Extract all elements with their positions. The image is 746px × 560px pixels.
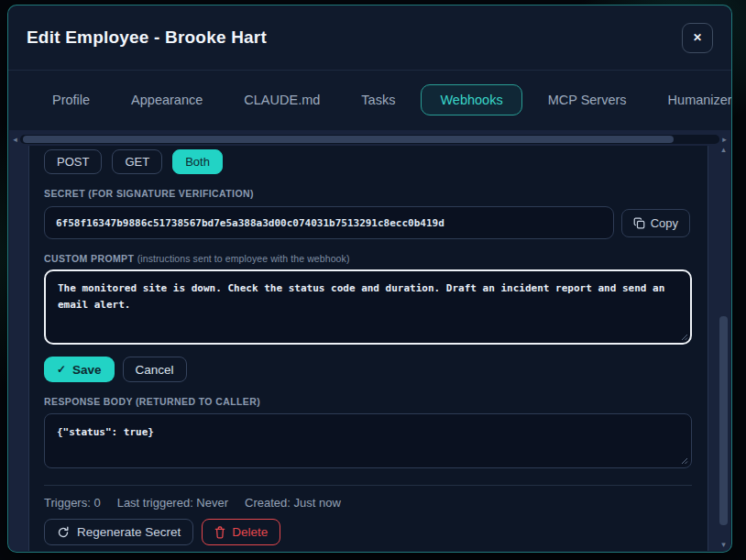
tab-humanizer[interactable]: Humanizer xyxy=(668,93,732,107)
custom-prompt-wrap: The monitored site is down. Check the st… xyxy=(44,269,692,345)
trash-icon xyxy=(214,526,225,539)
close-icon: ✕ xyxy=(693,31,702,44)
tab-profile[interactable]: Profile xyxy=(52,93,90,107)
copy-button[interactable]: Copy xyxy=(621,209,690,237)
edit-employee-modal: Edit Employee - Brooke Hart ✕ Profile Ap… xyxy=(7,5,732,553)
response-body-textarea[interactable]: {"status": true} xyxy=(44,413,692,468)
vertical-scrollbar-track[interactable] xyxy=(719,154,729,541)
method-get-button[interactable]: GET xyxy=(112,149,162,174)
last-triggered: Last triggered: Never xyxy=(117,496,228,510)
copy-button-label: Copy xyxy=(651,216,678,230)
save-button-label: Save xyxy=(72,363,102,377)
secret-input[interactable] xyxy=(44,206,614,239)
scroll-viewport: POST GET Both SECRET (FOR SIGNATURE VERI… xyxy=(9,146,717,551)
method-both-button[interactable]: Both xyxy=(172,149,223,174)
webhooks-panel: ◂ ▸ POST GET Both SECRET (FOR SIGNATURE … xyxy=(9,130,730,551)
secret-label: SECRET (FOR SIGNATURE VERIFICATION) xyxy=(44,188,690,199)
resize-handle-icon[interactable] xyxy=(679,456,688,465)
scroll-left-icon[interactable]: ◂ xyxy=(11,136,19,144)
refresh-icon xyxy=(57,526,70,539)
tab-claude-md[interactable]: CLAUDE.md xyxy=(244,93,320,107)
delete-button[interactable]: Delete xyxy=(202,519,280,545)
tab-mcp-servers[interactable]: MCP Servers xyxy=(548,93,627,107)
vertical-scrollbar[interactable]: ▴ ▾ xyxy=(718,146,730,549)
tab-webhooks[interactable]: Webhooks xyxy=(421,84,521,115)
modal-header: Edit Employee - Brooke Hart ✕ xyxy=(8,5,731,71)
close-button[interactable]: ✕ xyxy=(682,23,713,53)
custom-prompt-textarea[interactable]: The monitored site is down. Check the st… xyxy=(44,269,692,345)
scroll-down-icon[interactable]: ▾ xyxy=(719,541,728,549)
tab-tasks[interactable]: Tasks xyxy=(361,93,395,107)
triggers-count: Triggers: 0 xyxy=(44,496,101,510)
copy-icon xyxy=(633,217,645,229)
secret-row: Copy xyxy=(44,206,690,239)
webhook-card: POST GET Both SECRET (FOR SIGNATURE VERI… xyxy=(28,146,708,551)
horizontal-scrollbar-track[interactable] xyxy=(20,135,719,144)
resize-handle-icon[interactable] xyxy=(679,332,688,341)
response-body-wrap: {"status": true} xyxy=(44,413,692,468)
scroll-up-icon[interactable]: ▴ xyxy=(719,146,728,154)
method-selector: POST GET Both xyxy=(44,149,690,174)
regenerate-secret-label: Regenerate Secret xyxy=(77,525,181,539)
vertical-scrollbar-thumb[interactable] xyxy=(719,316,728,525)
prompt-actions: ✓ Save Cancel xyxy=(44,357,690,382)
webhook-meta: Triggers: 0 Last triggered: Never Create… xyxy=(44,496,690,510)
scroll-right-icon[interactable]: ▸ xyxy=(720,136,729,144)
webhook-footer-actions: Regenerate Secret Delete xyxy=(44,519,690,545)
custom-prompt-label-text: CUSTOM PROMPT xyxy=(44,253,134,264)
delete-button-label: Delete xyxy=(232,525,268,539)
tab-appearance[interactable]: Appearance xyxy=(131,93,203,107)
method-post-button[interactable]: POST xyxy=(44,149,102,174)
section-divider xyxy=(44,485,692,486)
horizontal-scrollbar-thumb[interactable] xyxy=(23,136,674,143)
check-icon: ✓ xyxy=(57,363,66,376)
regenerate-secret-button[interactable]: Regenerate Secret xyxy=(44,519,193,545)
custom-prompt-hint: (instructions sent to employee with the … xyxy=(137,253,350,264)
created-at: Created: Just now xyxy=(245,496,341,510)
cancel-button[interactable]: Cancel xyxy=(123,357,187,382)
response-body-label: RESPONSE BODY (RETURNED TO CALLER) xyxy=(44,396,690,407)
save-button[interactable]: ✓ Save xyxy=(44,357,115,382)
modal-title: Edit Employee - Brooke Hart xyxy=(27,27,682,48)
tab-bar: Profile Appearance CLAUDE.md Tasks Webho… xyxy=(8,71,731,129)
custom-prompt-label: CUSTOM PROMPT (instructions sent to empl… xyxy=(44,253,690,264)
page-background: Edit Employee - Brooke Hart ✕ Profile Ap… xyxy=(0,0,746,560)
horizontal-scrollbar[interactable]: ◂ ▸ xyxy=(11,134,729,145)
